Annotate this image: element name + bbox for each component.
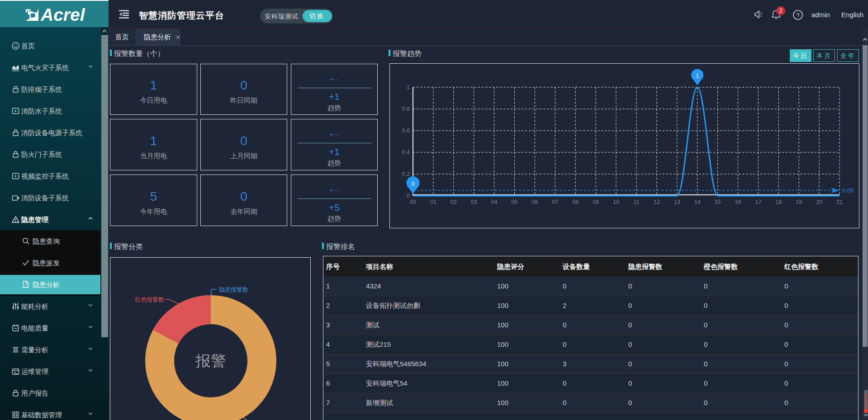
svg-text:0.2: 0.2 <box>402 171 410 177</box>
svg-text:00: 00 <box>410 199 416 205</box>
svg-text:21: 21 <box>836 199 843 205</box>
svg-text:02: 02 <box>451 199 457 205</box>
svg-text:11: 11 <box>634 199 640 205</box>
svg-text:07: 07 <box>552 199 558 205</box>
svg-text:10: 10 <box>613 199 619 205</box>
svg-text:隐患报警数: 隐患报警数 <box>219 286 248 293</box>
svg-text:0: 0 <box>411 180 414 187</box>
svg-text:1: 1 <box>407 84 410 90</box>
svg-text:06: 06 <box>531 199 538 205</box>
svg-text:15: 15 <box>715 199 721 205</box>
svg-text:18: 18 <box>775 199 782 205</box>
svg-text:12: 12 <box>654 199 660 205</box>
svg-text:03: 03 <box>471 199 477 205</box>
svg-text:红色报警数: 红色报警数 <box>135 296 164 303</box>
svg-text:20: 20 <box>816 199 822 205</box>
svg-text:09: 09 <box>593 199 599 205</box>
svg-text:0.6: 0.6 <box>402 127 410 134</box>
svg-text:16: 16 <box>735 199 741 205</box>
svg-text:报警: 报警 <box>195 352 226 369</box>
svg-text:01: 01 <box>430 199 436 205</box>
svg-text:1: 1 <box>696 72 699 79</box>
svg-text:0.05: 0.05 <box>842 187 854 194</box>
svg-text:08: 08 <box>572 199 579 205</box>
svg-text:0.8: 0.8 <box>402 106 410 112</box>
svg-text:Acrel: Acrel <box>40 5 85 24</box>
svg-text:?: ? <box>796 12 799 19</box>
svg-text:0.4: 0.4 <box>402 149 410 156</box>
svg-text:19: 19 <box>796 199 802 205</box>
svg-text:0: 0 <box>407 193 410 199</box>
svg-text:04: 04 <box>491 199 498 205</box>
svg-text:14: 14 <box>694 199 701 205</box>
svg-text:05: 05 <box>512 199 518 205</box>
svg-text:17: 17 <box>755 199 761 205</box>
svg-text:13: 13 <box>674 199 680 205</box>
